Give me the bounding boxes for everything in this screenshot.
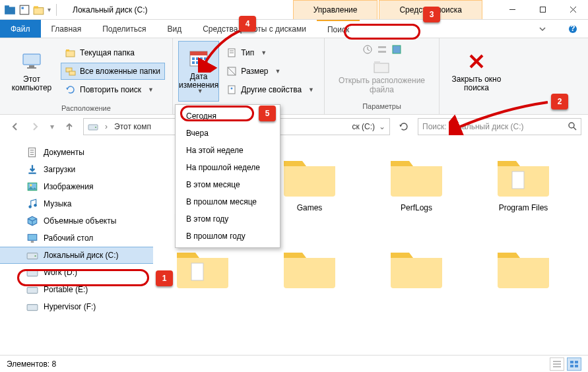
tab-file[interactable]: Файл: [0, 20, 41, 38]
arrow-right-icon: [30, 121, 40, 132]
context-tab-manage[interactable]: Управление: [293, 0, 378, 19]
music-icon: [26, 198, 38, 210]
svg-rect-72: [570, 365, 573, 367]
current-folder-button[interactable]: Текущая папка: [61, 44, 165, 61]
minimize-button[interactable]: [497, 0, 527, 20]
sidebar-item-desktop[interactable]: Рабочий стол: [0, 230, 153, 247]
svg-rect-16: [66, 49, 69, 51]
large-icons-icon: [570, 360, 579, 368]
open-file-location-button[interactable]: Открыть расположение файла: [333, 57, 432, 97]
repeat-icon: [65, 84, 76, 95]
sidebar-item-pictures[interactable]: Изображения: [0, 178, 153, 195]
chevron-down-icon: ▼: [148, 86, 154, 93]
other-props-button[interactable]: Другие свойства ▼: [222, 81, 319, 98]
dropdown-item-last-month[interactable]: В прошлом месяце: [176, 193, 280, 210]
svg-rect-37: [378, 46, 386, 48]
breadcrumb-this-pc[interactable]: Этот комп: [114, 122, 151, 131]
svg-rect-5: [34, 6, 38, 8]
dropdown-item-last-year[interactable]: В прошлом году: [176, 228, 280, 245]
date-modified-button[interactable]: Дата изменения ▼: [178, 41, 219, 102]
tab-view[interactable]: Вид: [156, 20, 192, 38]
folder-item[interactable]: Program Files: [480, 152, 566, 222]
svg-rect-63: [27, 288, 38, 294]
details-view-button[interactable]: [550, 357, 564, 371]
sidebar-item-music[interactable]: Музыка: [0, 195, 153, 212]
advanced-icon[interactable]: [377, 44, 387, 55]
svg-point-57: [34, 204, 37, 207]
dropdown-item-last-week[interactable]: На прошлой неделе: [176, 159, 280, 176]
sidebar-item-documents[interactable]: Документы: [0, 144, 153, 161]
folder-item[interactable]: [480, 243, 566, 291]
folder-item[interactable]: [374, 243, 459, 291]
search-input[interactable]: Поиск: Локальный диск (C:): [418, 118, 581, 135]
folder-icon: [494, 243, 553, 291]
ribbon-group-params-caption: Параметры: [325, 102, 439, 114]
nav-row: ▾ Этот комп ск (C:) ⌄ Поиск: Локальный д…: [0, 115, 588, 139]
svg-rect-24: [200, 57, 203, 60]
calendar-icon: [187, 47, 210, 70]
icons-view-button[interactable]: [567, 357, 581, 371]
drive-icon: [26, 301, 38, 313]
sidebar-item-3d[interactable]: Объемные объекты: [0, 212, 153, 230]
svg-point-56: [28, 205, 32, 208]
sidebar-item-drive-f[interactable]: Hypervisor (F:): [0, 298, 153, 315]
svg-rect-23: [196, 57, 199, 60]
folder-item[interactable]: PerfLogs: [374, 152, 459, 222]
dropdown-item-today[interactable]: Сегодня: [176, 108, 280, 125]
type-button[interactable]: Тип ▼: [222, 44, 319, 61]
back-button[interactable]: [7, 118, 24, 135]
sidebar-item-drive-e[interactable]: Portable (E:): [0, 281, 153, 298]
history-button[interactable]: ▾: [46, 118, 58, 135]
folder-open-icon: [373, 59, 391, 74]
svg-rect-21: [190, 51, 207, 55]
this-computer-button[interactable]: Этот компьютер: [5, 41, 58, 102]
qat-newfolder-icon[interactable]: [33, 4, 45, 16]
refresh-button[interactable]: [395, 118, 412, 135]
svg-rect-59: [31, 241, 34, 243]
close-search-button[interactable]: Закрыть окно поиска: [445, 41, 508, 102]
all-subfolders-button[interactable]: Все вложенные папки: [61, 63, 165, 80]
svg-rect-41: [374, 61, 380, 64]
up-button[interactable]: [61, 118, 78, 135]
tab-search[interactable]: Поиск: [317, 20, 360, 38]
folder-item[interactable]: [160, 243, 245, 291]
close-button[interactable]: [558, 0, 588, 20]
sidebar-item-drive-d[interactable]: Work (D:): [0, 264, 153, 281]
svg-rect-64: [27, 305, 38, 311]
tab-disk-tools[interactable]: Средства работы с дисками: [192, 20, 317, 38]
folder-item[interactable]: [267, 243, 352, 291]
dropdown-item-this-week[interactable]: На этой неделе: [176, 142, 280, 159]
folder-icon: [65, 47, 76, 58]
status-count: Элементов: 8: [7, 359, 56, 369]
breadcrumb-drive[interactable]: ск (C:): [352, 122, 375, 131]
dropdown-item-this-month[interactable]: В этом месяце: [176, 176, 280, 193]
tab-home[interactable]: Главная: [41, 20, 92, 38]
sidebar-item-downloads[interactable]: Загрузки: [0, 161, 153, 178]
svg-rect-65: [512, 171, 524, 189]
save-search-icon[interactable]: [391, 44, 402, 55]
svg-rect-70: [570, 361, 573, 363]
pictures-icon: [26, 181, 38, 193]
sidebar-item-drive-c[interactable]: Локальный диск (C:): [0, 247, 153, 264]
repeat-search-button[interactable]: Повторить поиск ▼: [61, 81, 165, 98]
chevron-down-icon[interactable]: ⌄: [379, 122, 385, 131]
size-icon: [226, 66, 237, 77]
dropdown-item-yesterday[interactable]: Вчера: [176, 125, 280, 142]
svg-rect-0: [5, 7, 15, 14]
maximize-button[interactable]: [527, 0, 558, 20]
size-button[interactable]: Размер ▼: [222, 63, 319, 80]
svg-rect-1: [5, 5, 9, 7]
svg-rect-53: [28, 173, 36, 174]
collapse-ribbon-button[interactable]: [527, 20, 558, 38]
dropdown-item-this-year[interactable]: В этом году: [176, 210, 280, 228]
svg-point-47: [569, 123, 574, 128]
svg-rect-58: [28, 234, 37, 240]
help-button[interactable]: ?: [558, 20, 588, 38]
qat-properties-icon[interactable]: [18, 4, 30, 16]
context-tab-search-tools[interactable]: Средства поиска: [379, 0, 482, 19]
forward-button[interactable]: [26, 118, 44, 135]
recent-icon[interactable]: [362, 44, 373, 55]
tab-share[interactable]: Поделиться: [92, 20, 156, 38]
qat-overflow-icon[interactable]: ▾: [48, 6, 51, 13]
quick-access-toolbar[interactable]: ▾: [0, 4, 63, 16]
